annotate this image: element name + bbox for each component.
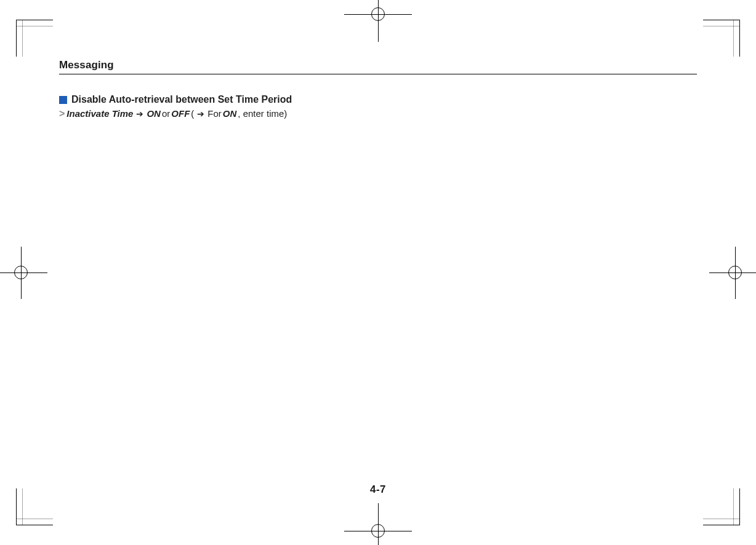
text-open-paren: (: [191, 108, 194, 119]
section-header: Messaging: [59, 59, 697, 74]
arrow-icon: ➔: [195, 109, 206, 119]
option-off: OFF: [171, 108, 190, 119]
entry-title: Disable Auto-retrieval between Set Time …: [71, 94, 292, 105]
entry-block: Disable Auto-retrieval between Set Time …: [59, 94, 697, 119]
page-number: 4-7: [370, 483, 386, 496]
option-on-2: ON: [223, 108, 237, 119]
bullet-square-icon: [59, 96, 67, 104]
entry-instruction: > Inactivate Time ➔ ON or OFF ( ➔ For ON…: [59, 108, 697, 119]
text-or: or: [162, 108, 170, 119]
arrow-icon: ➔: [134, 109, 145, 119]
chevron-icon: >: [59, 108, 64, 119]
option-on: ON: [147, 108, 161, 119]
menu-path-inactivate-time: Inactivate Time: [66, 108, 133, 119]
text-for: For: [207, 108, 222, 119]
text-enter-time: , enter time): [238, 108, 287, 119]
page-content: Messaging Disable Auto-retrieval between…: [59, 59, 697, 119]
